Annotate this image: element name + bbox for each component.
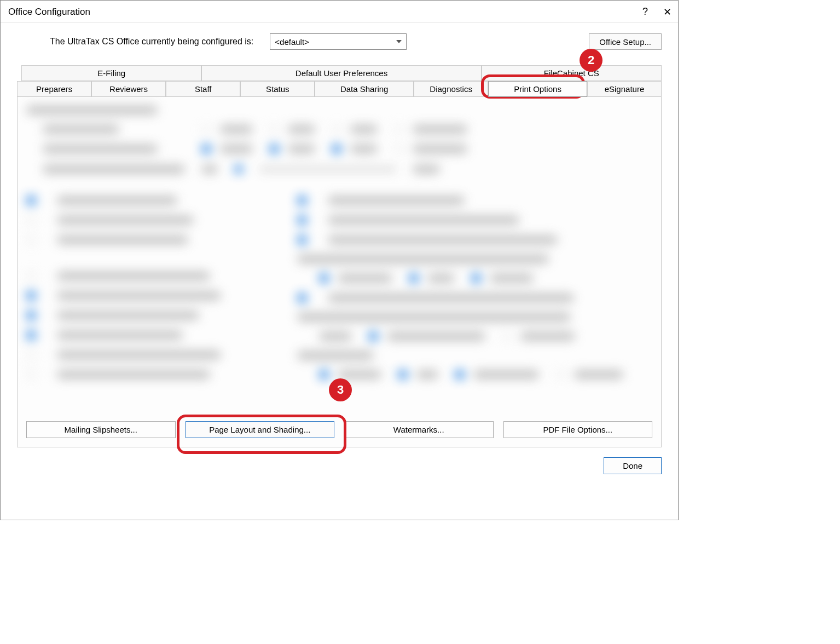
blurred-options-area — [26, 106, 652, 401]
tab-e-filing[interactable]: E-Filing — [21, 65, 201, 81]
config-label: The UltraTax CS Office currently being c… — [50, 37, 253, 47]
tab-staff[interactable]: Staff — [166, 81, 240, 97]
tab-print-options[interactable]: Print Options — [488, 81, 587, 97]
window-title: Office Configuration — [8, 7, 90, 18]
tab-filecabinet-cs[interactable]: FileCabinet CS — [482, 65, 662, 81]
pdf-file-options-button[interactable]: PDF File Options... — [503, 421, 653, 438]
office-select[interactable]: <default> — [270, 33, 407, 50]
close-icon[interactable]: ✕ — [663, 6, 671, 18]
tabs-row-1: E-Filing Default User Preferences FileCa… — [21, 65, 662, 81]
title-bar: Office Configuration ? ✕ — [1, 1, 678, 22]
tab-preparers[interactable]: Preparers — [17, 81, 91, 97]
watermarks-button[interactable]: Watermarks... — [344, 421, 494, 438]
tab-data-sharing[interactable]: Data Sharing — [315, 81, 414, 97]
tab-esignature[interactable]: eSignature — [587, 81, 662, 97]
tab-content-print-options: Mailing Slipsheets... Page Layout and Sh… — [17, 97, 662, 447]
help-icon[interactable]: ? — [642, 6, 648, 18]
done-button[interactable]: Done — [604, 457, 662, 474]
tab-status[interactable]: Status — [240, 81, 315, 97]
window-controls: ? ✕ — [642, 6, 671, 18]
office-configuration-window: Office Configuration ? ✕ The UltraTax CS… — [0, 0, 679, 520]
mailing-slipsheets-button[interactable]: Mailing Slipsheets... — [26, 421, 176, 438]
tab-reviewers[interactable]: Reviewers — [91, 81, 166, 97]
header-row: The UltraTax CS Office currently being c… — [1, 22, 678, 55]
office-setup-button[interactable]: Office Setup... — [589, 33, 662, 50]
office-select-value: <default> — [275, 37, 309, 47]
page-layout-shading-button[interactable]: Page Layout and Shading... — [186, 421, 335, 438]
tab-default-user-prefs[interactable]: Default User Preferences — [201, 65, 481, 81]
chevron-down-icon — [396, 40, 402, 43]
tabs-area: E-Filing Default User Preferences FileCa… — [17, 65, 662, 447]
bottom-buttons-row: Mailing Slipsheets... Page Layout and Sh… — [26, 421, 652, 438]
tab-diagnostics[interactable]: Diagnostics — [414, 81, 488, 97]
footer: Done — [17, 457, 662, 474]
tabs-row-2: Preparers Reviewers Staff Status Data Sh… — [17, 81, 662, 97]
